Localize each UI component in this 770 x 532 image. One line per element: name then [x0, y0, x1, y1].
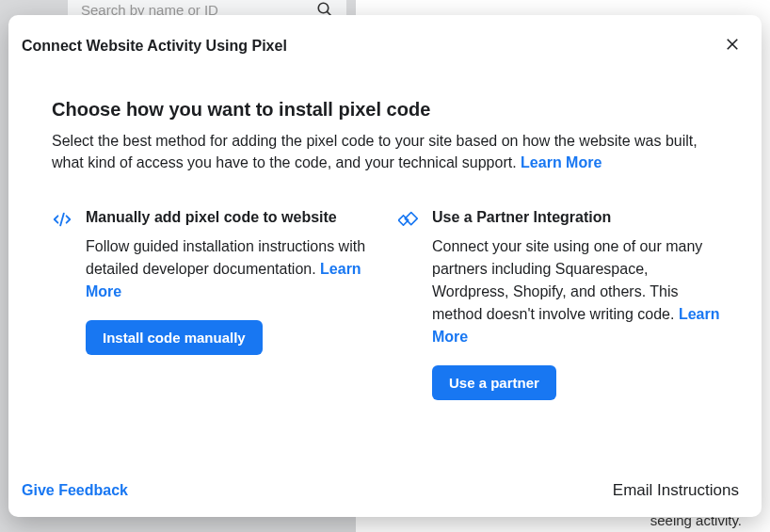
- modal-footer: Give Feedback Email Instructions: [8, 468, 762, 517]
- modal-title: Connect Website Activity Using Pixel: [22, 38, 287, 55]
- email-instructions-link[interactable]: Email Instructions: [613, 481, 739, 500]
- option-partner-desc-text: Connect your site using one of our many …: [432, 238, 702, 322]
- option-partner: Use a Partner Integration Connect your s…: [398, 207, 722, 400]
- pixel-setup-modal: Connect Website Activity Using Pixel Cho…: [8, 15, 762, 517]
- option-manual-content: Manually add pixel code to website Follo…: [86, 207, 376, 400]
- option-manual-desc: Follow guided installation instructions …: [86, 235, 376, 303]
- modal-header: Connect Website Activity Using Pixel: [8, 15, 762, 69]
- option-partner-title: Use a Partner Integration: [432, 207, 722, 228]
- page-subtext: Select the best method for adding the pi…: [52, 130, 722, 173]
- options-row: Manually add pixel code to website Follo…: [52, 207, 722, 400]
- option-manual-title: Manually add pixel code to website: [86, 207, 376, 228]
- close-button[interactable]: [720, 32, 745, 59]
- page-heading: Choose how you want to install pixel cod…: [52, 99, 722, 121]
- learn-more-link-top[interactable]: Learn More: [521, 154, 602, 170]
- install-manually-button[interactable]: Install code manually: [86, 320, 263, 355]
- partner-icon: [398, 209, 419, 230]
- svg-line-4: [60, 214, 64, 226]
- svg-point-0: [318, 3, 329, 13]
- option-partner-content: Use a Partner Integration Connect your s…: [432, 207, 722, 400]
- use-partner-button[interactable]: Use a partner: [432, 365, 556, 400]
- option-manual: Manually add pixel code to website Follo…: [52, 207, 376, 400]
- code-icon: [52, 209, 72, 230]
- option-partner-desc: Connect your site using one of our many …: [432, 235, 722, 348]
- give-feedback-link[interactable]: Give Feedback: [22, 482, 128, 499]
- close-icon: [724, 36, 741, 53]
- modal-body: Choose how you want to install pixel cod…: [8, 69, 762, 468]
